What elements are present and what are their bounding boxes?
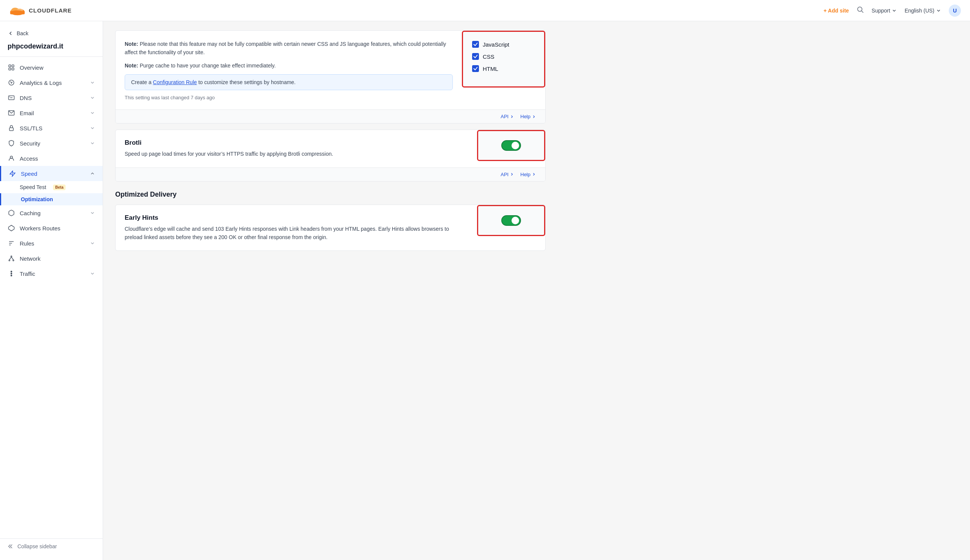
svg-point-21 bbox=[13, 260, 14, 261]
brotli-toggle[interactable] bbox=[501, 140, 521, 151]
javascript-checkbox-item: JavaScript bbox=[472, 41, 509, 48]
html-checkbox-item: HTML bbox=[472, 65, 498, 72]
toggle-check-icon-hints bbox=[503, 217, 508, 223]
javascript-checkbox[interactable] bbox=[472, 41, 479, 48]
sidebar-item-speed[interactable]: Speed bbox=[0, 166, 103, 181]
brotli-card: Brotli Speed up page load times for your… bbox=[115, 130, 546, 181]
checkmark-icon-css bbox=[473, 54, 478, 59]
caching-label: Caching bbox=[20, 210, 85, 217]
chevron-down-icon-traffic bbox=[90, 271, 95, 276]
svg-rect-8 bbox=[12, 65, 14, 67]
chevron-down-icon-rules bbox=[90, 241, 95, 246]
svg-rect-9 bbox=[9, 68, 11, 70]
brotli-description: Speed up page load times for your visito… bbox=[125, 150, 468, 158]
sidebar-item-access[interactable]: Access bbox=[0, 151, 103, 166]
beta-badge: Beta bbox=[53, 185, 66, 190]
minification-card-body: Note: Please note that this feature may … bbox=[115, 31, 545, 110]
minification-note1: Note: Please note that this feature may … bbox=[125, 40, 453, 57]
lock-icon bbox=[8, 124, 15, 132]
early-hints-card-body: Early Hints Cloudflare’s edge will cache… bbox=[115, 205, 545, 251]
rules-label: Rules bbox=[20, 240, 85, 247]
svg-marker-18 bbox=[9, 225, 14, 231]
api-link-brotli[interactable]: API bbox=[500, 172, 514, 177]
chevron-down-icon-caching bbox=[90, 210, 95, 216]
sidebar-item-caching[interactable]: Caching bbox=[0, 205, 103, 220]
arrow-right-icon-help-brotli bbox=[532, 172, 536, 177]
collapse-sidebar-button[interactable]: Collapse sidebar bbox=[0, 538, 103, 554]
network-label: Network bbox=[20, 255, 95, 262]
overview-label: Overview bbox=[20, 64, 95, 71]
main-content: Note: Please note that this feature may … bbox=[103, 21, 970, 560]
caching-icon bbox=[8, 209, 15, 217]
checkmark-icon-html bbox=[473, 66, 478, 71]
minification-note2: Note: Purge cache to have your change ta… bbox=[125, 62, 453, 70]
user-avatar[interactable]: U bbox=[949, 5, 961, 17]
configuration-rule-link[interactable]: Configuration Rule bbox=[153, 79, 197, 85]
svg-point-25 bbox=[11, 273, 12, 274]
sidebar-item-ssl-tls[interactable]: SSL/TLS bbox=[0, 120, 103, 136]
chart-icon bbox=[8, 79, 15, 87]
logo: CLOUDFLARE bbox=[9, 5, 72, 16]
chevron-down-icon-dns bbox=[90, 95, 95, 100]
add-site-button[interactable]: + Add site bbox=[824, 8, 849, 13]
brotli-card-body: Brotli Speed up page load times for your… bbox=[115, 130, 545, 167]
sidebar-item-dns[interactable]: DNS bbox=[0, 90, 103, 105]
sidebar-item-rules[interactable]: Rules bbox=[0, 236, 103, 251]
support-menu[interactable]: Support bbox=[872, 8, 897, 13]
ssl-tls-label: SSL/TLS bbox=[20, 125, 85, 132]
svg-rect-10 bbox=[12, 68, 14, 70]
minification-card: Note: Please note that this feature may … bbox=[115, 30, 546, 123]
language-selector[interactable]: English (US) bbox=[905, 8, 941, 13]
sidebar-subitem-speed-test[interactable]: Speed Test Beta bbox=[0, 181, 103, 193]
sidebar: Back phpcodewizard.it Overview Analytics… bbox=[0, 21, 103, 560]
early-hints-title: Early Hints bbox=[125, 214, 468, 222]
brotli-card-footer: API Help bbox=[115, 167, 545, 181]
early-hints-toggle-container bbox=[477, 205, 545, 236]
analytics-logs-label: Analytics & Logs bbox=[20, 80, 85, 86]
html-label: HTML bbox=[483, 65, 498, 72]
svg-point-5 bbox=[858, 7, 862, 12]
sidebar-subitem-optimization[interactable]: Optimization bbox=[0, 193, 103, 205]
arrow-right-icon bbox=[510, 115, 514, 119]
chevron-down-icon-email bbox=[90, 110, 95, 115]
svg-line-23 bbox=[12, 257, 13, 260]
sidebar-item-workers-routes[interactable]: Workers Routes bbox=[0, 220, 103, 236]
sidebar-item-traffic[interactable]: Traffic bbox=[0, 266, 103, 281]
checkmark-icon bbox=[473, 42, 478, 47]
traffic-icon bbox=[8, 270, 15, 277]
help-link-minification[interactable]: Help bbox=[520, 114, 536, 119]
minification-card-left: Note: Please note that this feature may … bbox=[115, 31, 462, 110]
dns-icon bbox=[8, 94, 15, 102]
security-label: Security bbox=[20, 140, 85, 147]
last-changed-text: This setting was last changed 7 days ago bbox=[125, 95, 453, 100]
access-icon bbox=[8, 155, 15, 162]
sidebar-item-overview[interactable]: Overview bbox=[0, 60, 103, 75]
sidebar-item-analytics-logs[interactable]: Analytics & Logs bbox=[0, 75, 103, 90]
sidebar-item-email[interactable]: Email bbox=[0, 105, 103, 120]
toggle-check-icon bbox=[503, 142, 508, 149]
api-link-minification[interactable]: API bbox=[500, 114, 514, 119]
css-checkbox[interactable] bbox=[472, 53, 479, 60]
brotli-card-left: Brotli Speed up page load times for your… bbox=[115, 130, 477, 167]
sidebar-back-button[interactable]: Back bbox=[0, 27, 103, 39]
company-name: CLOUDFLARE bbox=[29, 7, 72, 13]
chevron-up-icon-speed bbox=[90, 171, 95, 176]
speed-icon bbox=[9, 170, 16, 177]
chevron-down-icon-ssl bbox=[90, 125, 95, 131]
early-hints-toggle[interactable] bbox=[501, 215, 521, 226]
sidebar-item-security[interactable]: Security bbox=[0, 136, 103, 151]
html-checkbox[interactable] bbox=[472, 65, 479, 72]
sidebar-site-name: phpcodewizard.it bbox=[0, 41, 103, 57]
email-icon bbox=[8, 109, 15, 117]
workers-icon bbox=[8, 224, 15, 232]
chevron-down-icon-security bbox=[90, 140, 95, 146]
sidebar-item-network[interactable]: Network bbox=[0, 251, 103, 266]
early-hints-card-left: Early Hints Cloudflare’s edge will cache… bbox=[115, 205, 477, 251]
css-checkbox-item: CSS bbox=[472, 53, 495, 60]
minification-card-footer: API Help bbox=[115, 110, 545, 123]
search-icon[interactable] bbox=[856, 6, 864, 15]
workers-routes-label: Workers Routes bbox=[20, 225, 95, 232]
svg-rect-4 bbox=[10, 12, 25, 14]
early-hints-description: Cloudflare’s edge will cache and send 10… bbox=[125, 225, 468, 242]
help-link-brotli[interactable]: Help bbox=[520, 172, 536, 177]
